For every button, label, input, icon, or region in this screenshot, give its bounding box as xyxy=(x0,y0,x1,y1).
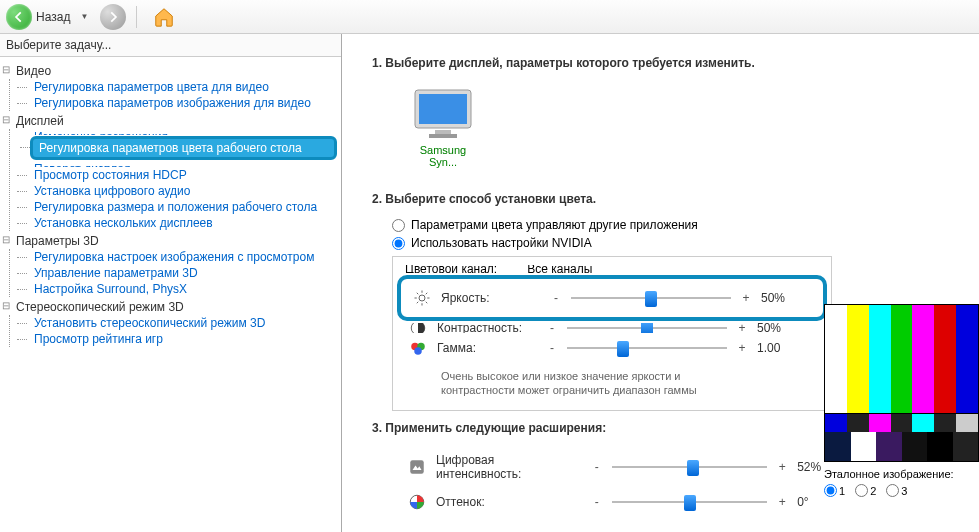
plus-icon: + xyxy=(741,291,751,305)
tree-group-3d[interactable]: Параметры 3D xyxy=(2,233,337,249)
gamma-label: Гамма: xyxy=(437,341,537,355)
minus-icon: - xyxy=(547,323,557,333)
svg-rect-3 xyxy=(429,134,457,138)
vibrance-row: Цифровая интенсивность: - + 52% xyxy=(404,447,844,487)
vibrance-icon xyxy=(408,458,426,476)
contrast-icon xyxy=(409,323,427,333)
color-bars-row2 xyxy=(824,414,979,432)
plus-icon: + xyxy=(737,323,747,333)
svg-line-9 xyxy=(417,293,419,295)
display-name: Samsung Syn... xyxy=(408,144,478,168)
contrast-slider[interactable] xyxy=(567,323,727,333)
brightness-icon xyxy=(413,289,431,307)
sliders-panel: Цветовой канал: Все каналы Яркость: - + … xyxy=(392,256,832,411)
gamma-icon xyxy=(409,339,427,357)
tree-item[interactable]: Регулировка настроек изображения с просм… xyxy=(30,249,337,265)
sidebar: Выберите задачу... Видео Регулировка пар… xyxy=(0,34,342,532)
radio-other-apps-input[interactable] xyxy=(392,219,405,232)
back-label: Назад xyxy=(36,10,70,24)
brightness-label: Яркость: xyxy=(441,291,541,305)
tree-group-video[interactable]: Видео xyxy=(2,63,337,79)
tree-item[interactable]: Изменение разрешения xyxy=(30,129,337,135)
tree-item[interactable]: Управление параметрами 3D xyxy=(30,265,337,281)
contrast-label: Контрастность: xyxy=(437,323,537,333)
minus-icon: - xyxy=(551,291,561,305)
minus-icon: - xyxy=(592,460,602,474)
tree-item[interactable]: Установка цифрового аудио xyxy=(30,183,337,199)
tree-item[interactable]: Регулировка параметров цвета для видео xyxy=(30,79,337,95)
svg-line-12 xyxy=(426,293,428,295)
tree-item[interactable]: Настройка Surround, PhysX xyxy=(30,281,337,297)
nav-tree: Видео Регулировка параметров цвета для в… xyxy=(0,57,341,355)
hue-label: Оттенок: xyxy=(436,495,582,509)
toolbar-separator xyxy=(136,6,137,28)
channel-label: Цветовой канал: xyxy=(405,265,497,273)
radio-label: Параметрами цвета управляют другие прило… xyxy=(411,218,698,232)
hue-slider[interactable] xyxy=(612,493,768,511)
svg-point-16 xyxy=(414,347,422,355)
tree-group-stereo[interactable]: Стереоскопический режим 3D xyxy=(2,299,337,315)
hue-row: Оттенок: - + 0° xyxy=(404,487,844,517)
svg-line-10 xyxy=(426,302,428,304)
svg-point-4 xyxy=(419,295,425,301)
channel-value: Все каналы xyxy=(527,265,592,273)
tree-item[interactable]: Просмотр состояния HDCP xyxy=(30,167,337,183)
svg-rect-2 xyxy=(435,130,451,134)
hue-icon xyxy=(408,493,426,511)
monitor-icon xyxy=(411,88,475,140)
svg-rect-1 xyxy=(419,94,467,124)
radio-nvidia[interactable]: Использовать настройки NVIDIA xyxy=(392,236,979,250)
forward-button[interactable] xyxy=(100,4,126,30)
tree-item[interactable]: Установить стереоскопический режим 3D xyxy=(30,315,337,331)
display-selector[interactable]: Samsung Syn... xyxy=(402,82,484,174)
tree-item[interactable]: Регулировка параметров изображения для в… xyxy=(30,95,337,111)
back-dropdown-icon[interactable]: ▼ xyxy=(80,12,88,21)
preview-panel: Эталонное изображение: 1 2 3 xyxy=(824,304,979,497)
radio-label: Использовать настройки NVIDIA xyxy=(411,236,592,250)
tree-item[interactable]: Установка нескольких дисплеев xyxy=(30,215,337,231)
gamma-hint: Очень высокое или низкое значение яркост… xyxy=(441,369,741,398)
gamma-slider[interactable] xyxy=(567,339,727,357)
plus-icon: + xyxy=(777,460,787,474)
radio-nvidia-input[interactable] xyxy=(392,237,405,250)
minus-icon: - xyxy=(592,495,602,509)
contrast-row: Контрастность: - + 50% xyxy=(405,323,819,333)
vibrance-label: Цифровая интенсивность: xyxy=(436,453,582,481)
step1-title: 1. Выберите дисплей, параметры которого … xyxy=(372,56,979,70)
color-bars-row3 xyxy=(824,432,979,462)
tree-item-selected[interactable]: Регулировка параметров цвета рабочего ст… xyxy=(30,136,337,160)
channel-row: Цветовой канал: Все каналы xyxy=(405,265,819,273)
plus-icon: + xyxy=(777,495,787,509)
brightness-value: 50% xyxy=(761,291,805,305)
preview-radios: 1 2 3 xyxy=(824,484,979,497)
gamma-row: Гамма: - + 1.00 xyxy=(405,333,819,363)
preview-radio-3[interactable]: 3 xyxy=(886,484,907,497)
sidebar-header: Выберите задачу... xyxy=(0,34,341,57)
preview-label: Эталонное изображение: xyxy=(824,468,979,480)
step2-title: 2. Выберите способ установки цвета. xyxy=(372,192,979,206)
tree-group-display[interactable]: Дисплей xyxy=(2,113,337,129)
plus-icon: + xyxy=(737,341,747,355)
tree-item[interactable]: Регулировка размера и положения рабочего… xyxy=(30,199,337,215)
minus-icon: - xyxy=(547,341,557,355)
vibrance-slider[interactable] xyxy=(612,458,768,476)
home-icon[interactable] xyxy=(153,6,175,28)
back-button[interactable] xyxy=(6,4,32,30)
content-pane: 1. Выберите дисплей, параметры которого … xyxy=(342,34,979,532)
svg-line-11 xyxy=(417,302,419,304)
contrast-value: 50% xyxy=(757,323,801,333)
brightness-slider[interactable] xyxy=(571,289,731,307)
preview-radio-2[interactable]: 2 xyxy=(855,484,876,497)
brightness-row: Яркость: - + 50% xyxy=(397,275,827,321)
radio-other-apps[interactable]: Параметрами цвета управляют другие прило… xyxy=(392,218,979,232)
preview-radio-1[interactable]: 1 xyxy=(824,484,845,497)
svg-rect-17 xyxy=(410,460,424,474)
color-bars xyxy=(824,304,979,414)
gamma-value: 1.00 xyxy=(757,341,801,355)
tree-item[interactable]: Просмотр рейтинга игр xyxy=(30,331,337,347)
toolbar: Назад ▼ xyxy=(0,0,979,34)
